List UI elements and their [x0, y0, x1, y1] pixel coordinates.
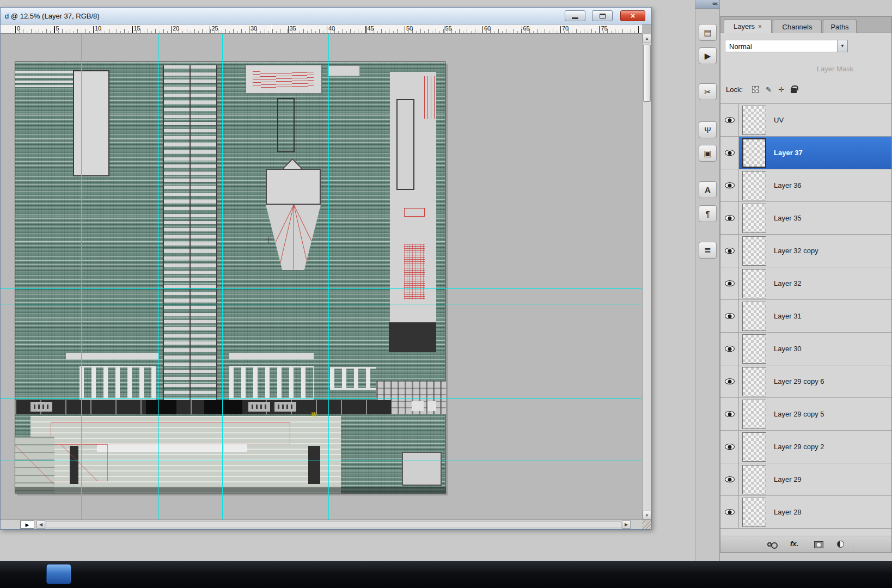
visibility-toggle[interactable] [720, 496, 739, 528]
document-image[interactable]: W. [15, 62, 445, 493]
panel-icon-layer-comps[interactable]: ▣ [699, 145, 717, 162]
visibility-toggle[interactable] [720, 365, 739, 397]
layer-thumbnail[interactable] [742, 138, 766, 168]
panel-icon-tool-presets[interactable]: ✂ [699, 83, 717, 100]
ruler-label: 40 [328, 25, 335, 32]
layer-thumbnail[interactable] [742, 432, 766, 462]
maximize-button[interactable] [592, 10, 613, 21]
panel-icon-info[interactable]: ≣ [699, 242, 717, 259]
layer-name: UV [774, 116, 784, 124]
visibility-toggle[interactable] [720, 300, 739, 332]
visibility-toggle[interactable] [720, 202, 739, 234]
uv-red-line [294, 205, 309, 268]
taskbar-app-button[interactable] [46, 564, 71, 584]
layer-thumbnail[interactable] [742, 400, 766, 429]
layer-row-layer-29[interactable]: Layer 29 [720, 463, 891, 496]
link-layers-icon[interactable] [767, 542, 772, 547]
layer-row-layer-35[interactable]: Layer 35 [720, 202, 891, 235]
guide-horizontal[interactable] [1, 461, 642, 461]
scroll-right-arrow[interactable] [622, 520, 631, 529]
visibility-toggle[interactable] [720, 333, 739, 365]
panel-icon-paragraph[interactable]: ¶ [699, 205, 717, 222]
tab-layers[interactable]: Layers × [724, 19, 772, 33]
panel-icon-character[interactable]: A [699, 181, 717, 198]
document-titlebar[interactable]: d @ 12.5% (Layer 37, RGB/8) × [1, 8, 651, 24]
layer-name: Layer 35 [774, 214, 802, 222]
layer-row-layer-29-copy-5[interactable]: Layer 29 copy 5 [720, 398, 891, 431]
visibility-toggle[interactable] [720, 431, 739, 463]
lock-position-icon[interactable]: ✛ [778, 85, 784, 94]
panel-icon-histogram[interactable]: ▤ [699, 24, 717, 41]
guide-vertical[interactable] [328, 34, 329, 519]
uv-red-outline [51, 422, 290, 444]
layer-thumbnail[interactable] [742, 498, 766, 527]
scroll-left-arrow[interactable] [36, 520, 45, 529]
layer-row-uv[interactable]: UV [720, 104, 891, 137]
canvas-viewport[interactable]: W. [1, 34, 642, 519]
visibility-toggle[interactable] [720, 169, 739, 201]
guide-vertical[interactable] [81, 34, 82, 519]
guide-vertical[interactable] [158, 34, 159, 519]
layer-row-layer-32-copy[interactable]: Layer 32 copy [720, 235, 891, 267]
layer-thumbnail[interactable] [742, 269, 766, 298]
layer-row-layer-29-copy-6[interactable]: Layer 29 copy 6 [720, 365, 891, 398]
layer-thumbnail[interactable] [742, 465, 766, 494]
layer-row-layer-29-copy-2[interactable]: Layer 29 copy 2 [720, 431, 891, 463]
horizontal-scrollbar[interactable]: ▶ [1, 519, 651, 529]
minimize-button[interactable] [565, 10, 585, 21]
close-button[interactable]: × [620, 10, 645, 21]
status-popup-button[interactable]: ▶ [20, 520, 34, 529]
chevron-down-icon[interactable] [837, 40, 847, 52]
layer-row-layer-32[interactable]: Layer 32 [720, 267, 891, 300]
layer-row-layer-28[interactable]: Layer 28 [720, 496, 891, 529]
tab-channels[interactable]: Channels [773, 20, 822, 33]
eye-icon [725, 117, 735, 123]
uv-red-line [294, 205, 323, 264]
texture-dark-segment [146, 400, 176, 414]
add-layer-mask-icon[interactable] [814, 541, 823, 548]
tab-close-icon[interactable]: × [758, 23, 762, 30]
layer-thumbnail[interactable] [742, 334, 766, 364]
visibility-toggle[interactable] [720, 398, 739, 430]
visibility-toggle[interactable] [720, 463, 739, 495]
lock-transparency-icon[interactable] [752, 86, 759, 93]
layer-style-button[interactable]: fx. [790, 540, 798, 548]
lock-all-icon[interactable] [791, 88, 797, 93]
layer-row-layer-31[interactable]: Layer 31 [720, 300, 891, 333]
layer-thumbnail[interactable] [742, 171, 766, 200]
panel-icon-actions[interactable]: ▶ [699, 47, 717, 64]
tab-paths[interactable]: Paths [823, 20, 857, 33]
adjustment-layer-icon[interactable] [837, 541, 844, 548]
guide-vertical[interactable] [222, 34, 223, 519]
layer-thumbnail[interactable] [742, 302, 766, 331]
texture-mid-bar [229, 353, 314, 359]
guide-horizontal[interactable] [1, 304, 642, 304]
horizontal-ruler[interactable]: 051015202530354045505560657075 [1, 24, 642, 34]
layer-thumbnail[interactable] [742, 236, 766, 266]
guide-horizontal[interactable] [1, 398, 642, 399]
scroll-up-arrow[interactable] [643, 34, 651, 42]
panel-icon-brushes[interactable]: Ψ [699, 121, 717, 138]
blend-mode-select[interactable]: Normal [725, 40, 848, 52]
scroll-down-arrow[interactable] [643, 511, 651, 519]
layer-thumbnail[interactable] [742, 106, 766, 135]
texture-posts [330, 367, 376, 390]
lock-pixels-icon[interactable]: ✎ [766, 85, 772, 94]
resize-grip[interactable] [642, 520, 651, 529]
horizontal-scroll-track[interactable] [46, 521, 621, 528]
ruler-label: 55 [445, 25, 452, 32]
visibility-toggle[interactable] [720, 104, 739, 136]
visibility-toggle[interactable] [720, 235, 739, 267]
layer-row-layer-36[interactable]: Layer 36 [720, 169, 891, 202]
visibility-toggle[interactable] [720, 137, 739, 169]
vertical-scroll-thumb[interactable] [643, 45, 651, 102]
layer-row-layer-37[interactable]: Layer 37 [720, 137, 891, 169]
visibility-toggle[interactable] [720, 267, 739, 299]
layer-thumbnail[interactable] [742, 204, 766, 233]
layer-thumbnail[interactable] [742, 367, 766, 396]
vertical-scrollbar[interactable] [642, 34, 651, 519]
layer-row-layer-30[interactable]: Layer 30 [720, 333, 891, 365]
maximize-icon [600, 14, 606, 19]
guide-horizontal[interactable] [1, 288, 642, 289]
panel-tabbar: Layers × Channels Paths [720, 17, 891, 33]
